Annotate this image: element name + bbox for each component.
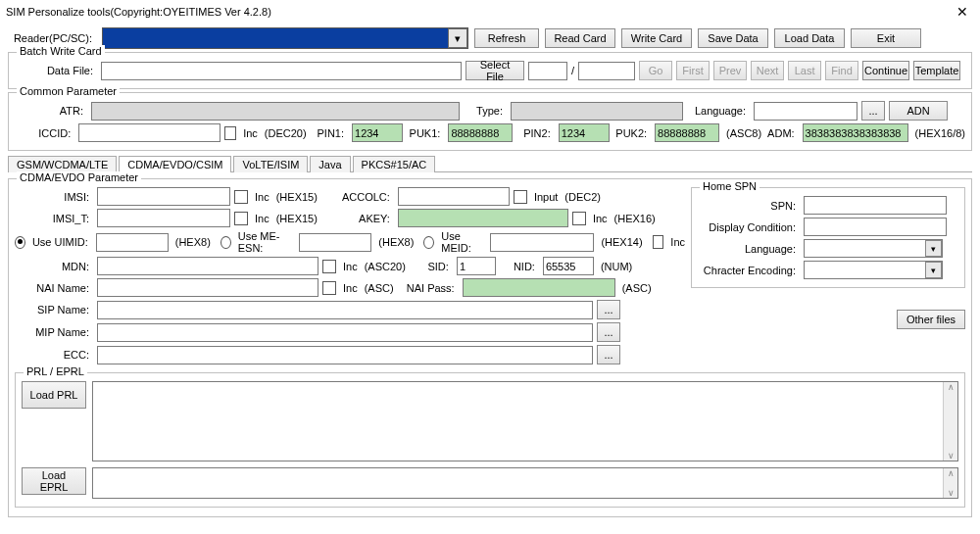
language-ellipsis-button[interactable]: ...	[861, 101, 885, 121]
puk1-input[interactable]	[448, 123, 513, 142]
ecc-ellipsis-button[interactable]: ...	[597, 345, 620, 364]
read-card-button[interactable]: Read Card	[545, 28, 615, 48]
char-enc-dropdown[interactable]: ▾	[804, 261, 943, 279]
imsit-input[interactable]	[97, 209, 230, 227]
disp-cond-input[interactable]	[804, 218, 947, 236]
eprl-textarea[interactable]: ∧∨	[92, 467, 958, 499]
adn-button[interactable]: ADN	[889, 101, 948, 121]
template-button[interactable]: Template	[913, 61, 960, 80]
akey-inc-checkbox[interactable]	[572, 212, 586, 225]
refresh-button[interactable]: Refresh	[474, 28, 539, 48]
nid-input[interactable]	[543, 257, 594, 275]
akey-input[interactable]	[398, 209, 568, 227]
mdn-inc-checkbox[interactable]	[322, 260, 336, 273]
uimid-hex8-label: (HEX8)	[175, 236, 211, 248]
batch-legend: Batch Write Card	[17, 45, 105, 57]
imsi-inc-checkbox[interactable]	[234, 190, 248, 204]
naipass-input[interactable]	[463, 278, 615, 297]
language-label: Language:	[687, 105, 750, 117]
prl-legend: PRL / EPRL	[24, 365, 87, 377]
spn-lang-dropdown[interactable]: ▾	[804, 239, 943, 258]
tab-strip: GSM/WCDMA/LTE CDMA/EVDO/CSIM VoLTE/ISIM …	[8, 155, 972, 172]
sid-input[interactable]	[457, 257, 496, 275]
spn-input[interactable]	[804, 196, 947, 215]
tab-cdma[interactable]: CDMA/EVDO/CSIM	[119, 156, 231, 172]
prl-scrollbar[interactable]: ∧∨	[943, 382, 957, 461]
mip-ellipsis-button[interactable]: ...	[597, 322, 620, 342]
chevron-down-icon[interactable]: ▾	[448, 28, 467, 48]
meid-inc-label: Inc	[670, 236, 685, 248]
hex168-label: (HEX16/8)	[915, 127, 965, 139]
puk1-label: PUK1:	[407, 127, 444, 139]
use-meesn-radio[interactable]	[220, 236, 231, 249]
language-input[interactable]	[754, 102, 858, 121]
accolc-input[interactable]	[398, 187, 510, 206]
dec2-label: (DEC2)	[564, 191, 601, 203]
batch-to-input[interactable]	[578, 62, 635, 80]
tab-pkcs[interactable]: PKCS#15/AC	[353, 156, 436, 172]
accolc-label: ACCOLC:	[321, 191, 394, 203]
spn-label: SPN:	[698, 200, 800, 212]
puk2-input[interactable]	[655, 123, 719, 142]
char-enc-label: Chracter Encoding:	[698, 265, 800, 276]
akey-inc-label: Inc	[593, 213, 608, 224]
pin2-input[interactable]	[559, 123, 610, 142]
load-eprl-button[interactable]: Load EPRL	[22, 467, 86, 495]
adm-input[interactable]	[803, 123, 908, 142]
sip-ellipsis-button[interactable]: ...	[597, 300, 620, 319]
load-prl-button[interactable]: Load PRL	[22, 381, 86, 409]
continue-button[interactable]: Continue	[862, 61, 909, 80]
chevron-down-icon[interactable]: ▾	[925, 240, 942, 257]
pin1-input[interactable]	[352, 123, 403, 142]
use-uimid-radio[interactable]	[15, 236, 25, 249]
iccid-inc-checkbox[interactable]	[224, 126, 236, 140]
exit-button[interactable]: Exit	[851, 28, 921, 48]
eprl-scrollbar[interactable]: ∧∨	[943, 468, 957, 498]
pin2-label: PIN2:	[516, 127, 554, 139]
nai-inc-checkbox[interactable]	[322, 281, 336, 295]
chevron-down-icon[interactable]: ▾	[925, 262, 942, 278]
iccid-input[interactable]	[78, 123, 220, 142]
hex16-label: (HEX16)	[614, 213, 656, 224]
imsi-input[interactable]	[97, 187, 230, 206]
sip-input[interactable]	[97, 301, 593, 319]
mdn-input[interactable]	[97, 257, 318, 275]
iccid-label: ICCID:	[15, 127, 74, 139]
tab-gsm[interactable]: GSM/WCDMA/LTE	[8, 156, 117, 172]
mip-input[interactable]	[97, 323, 593, 342]
use-meesn-label: Use ME-ESN:	[238, 230, 293, 254]
nai-inc-label: Inc	[343, 282, 358, 294]
first-button: First	[676, 61, 710, 80]
cdma-legend: CDMA/EVDO Parameter	[17, 171, 141, 183]
sip-label: SIP Name:	[15, 304, 93, 316]
select-file-button[interactable]: Select File	[466, 61, 524, 80]
nai-label: NAI Name:	[15, 282, 93, 294]
tab-java[interactable]: Java	[310, 156, 350, 172]
reader-combo[interactable]: ▾	[102, 27, 468, 49]
write-card-button[interactable]: Write Card	[621, 28, 692, 48]
batch-from-input[interactable]	[528, 62, 567, 80]
accolc-input-checkbox[interactable]	[514, 190, 527, 204]
adm-label: ADM:	[765, 127, 798, 139]
load-data-button[interactable]: Load Data	[774, 28, 845, 48]
close-icon[interactable]: ✕	[951, 4, 974, 20]
meid-inc-checkbox[interactable]	[653, 235, 664, 249]
prl-textarea[interactable]: ∧∨	[92, 381, 958, 461]
nai-input[interactable]	[97, 278, 318, 297]
tab-volte[interactable]: VoLTE/ISIM	[233, 156, 308, 172]
uimid-input[interactable]	[96, 233, 169, 252]
use-meid-radio[interactable]	[423, 236, 434, 249]
imsi-hex15-label: (HEX15)	[276, 191, 318, 203]
num-label: (NUM)	[601, 261, 632, 272]
imsit-inc-checkbox[interactable]	[234, 212, 248, 225]
hex14-label: (HEX14)	[601, 236, 642, 248]
other-files-button[interactable]: Other files	[897, 310, 965, 329]
meesn-hex8-label: (HEX8)	[378, 236, 414, 248]
imsi-inc-label: Inc	[255, 191, 270, 203]
meid-input[interactable]	[490, 233, 594, 252]
ecc-input[interactable]	[97, 346, 593, 364]
meesn-input[interactable]	[299, 233, 371, 252]
save-data-button[interactable]: Save Data	[698, 28, 768, 48]
atr-input	[91, 102, 460, 121]
datafile-input[interactable]	[101, 62, 462, 80]
